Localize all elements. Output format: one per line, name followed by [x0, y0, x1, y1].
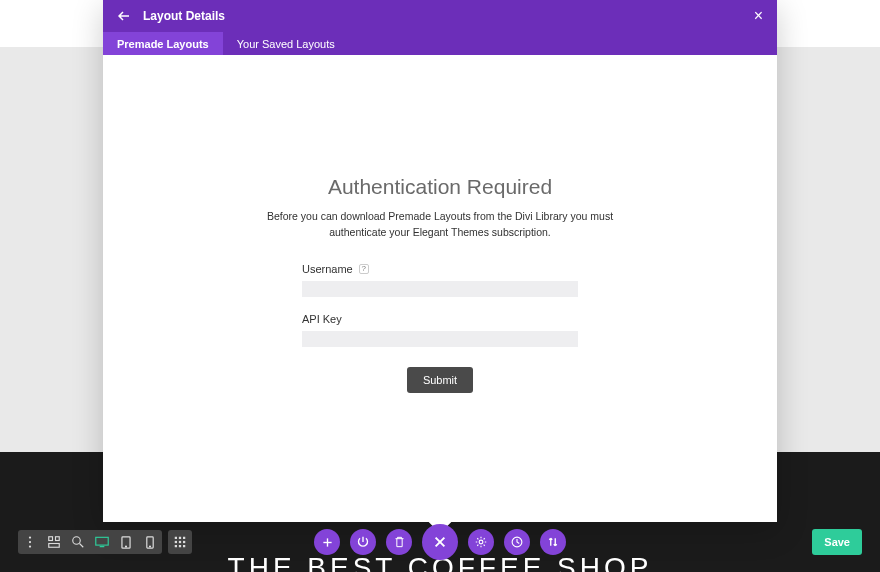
svg-rect-5 — [49, 544, 60, 548]
tablet-icon[interactable] — [114, 530, 138, 554]
svg-rect-20 — [175, 545, 177, 547]
svg-point-13 — [150, 546, 151, 547]
svg-rect-15 — [179, 537, 181, 539]
modal-title: Layout Details — [143, 9, 225, 23]
grid-icon[interactable] — [168, 530, 192, 554]
wireframe-icon[interactable] — [42, 530, 66, 554]
tab-saved-layouts[interactable]: Your Saved Layouts — [223, 32, 349, 55]
svg-line-7 — [80, 544, 84, 548]
svg-point-11 — [126, 546, 127, 547]
layout-details-modal: Layout Details × Premade Layouts Your Sa… — [103, 0, 777, 522]
svg-point-2 — [29, 545, 31, 547]
toolbar-right: Save — [812, 529, 862, 555]
svg-rect-19 — [183, 541, 185, 543]
gear-icon[interactable] — [468, 529, 494, 555]
auth-form: Username ? API Key Submit — [302, 263, 578, 393]
username-label-text: Username — [302, 263, 353, 275]
username-label: Username ? — [302, 263, 578, 275]
more-icon[interactable] — [18, 530, 42, 554]
svg-rect-18 — [179, 541, 181, 543]
history-icon[interactable] — [504, 529, 530, 555]
bottom-toolbar: Save — [0, 528, 880, 556]
submit-button[interactable]: Submit — [407, 367, 473, 393]
svg-rect-21 — [179, 545, 181, 547]
svg-rect-17 — [175, 541, 177, 543]
sort-icon[interactable] — [540, 529, 566, 555]
svg-point-27 — [479, 540, 483, 544]
close-center-button[interactable] — [422, 524, 458, 560]
svg-point-1 — [29, 541, 31, 543]
svg-point-0 — [29, 536, 31, 538]
add-button[interactable] — [314, 529, 340, 555]
auth-description: Before you can download Premade Layouts … — [260, 209, 620, 241]
svg-rect-3 — [49, 537, 53, 541]
delete-icon[interactable] — [386, 529, 412, 555]
svg-point-6 — [73, 537, 81, 545]
save-button[interactable]: Save — [812, 529, 862, 555]
modal-body: Authentication Required Before you can d… — [103, 55, 777, 522]
zoom-icon[interactable] — [66, 530, 90, 554]
svg-rect-16 — [183, 537, 185, 539]
svg-rect-4 — [56, 537, 60, 541]
modal-tabs: Premade Layouts Your Saved Layouts — [103, 32, 777, 55]
power-icon[interactable] — [350, 529, 376, 555]
modal-header: Layout Details × — [103, 0, 777, 32]
help-icon[interactable]: ? — [359, 264, 369, 274]
desktop-icon[interactable] — [90, 530, 114, 554]
svg-rect-22 — [183, 545, 185, 547]
toolbar-center — [314, 524, 566, 560]
apikey-label-text: API Key — [302, 313, 342, 325]
tab-premade-layouts[interactable]: Premade Layouts — [103, 32, 223, 55]
auth-heading: Authentication Required — [328, 175, 552, 199]
username-input[interactable] — [302, 281, 578, 297]
svg-rect-14 — [175, 537, 177, 539]
svg-rect-8 — [96, 537, 108, 545]
toolbar-left — [18, 530, 192, 554]
apikey-input[interactable] — [302, 331, 578, 347]
back-icon[interactable] — [117, 9, 131, 23]
apikey-label: API Key — [302, 313, 578, 325]
phone-icon[interactable] — [138, 530, 162, 554]
close-icon[interactable]: × — [754, 8, 763, 24]
